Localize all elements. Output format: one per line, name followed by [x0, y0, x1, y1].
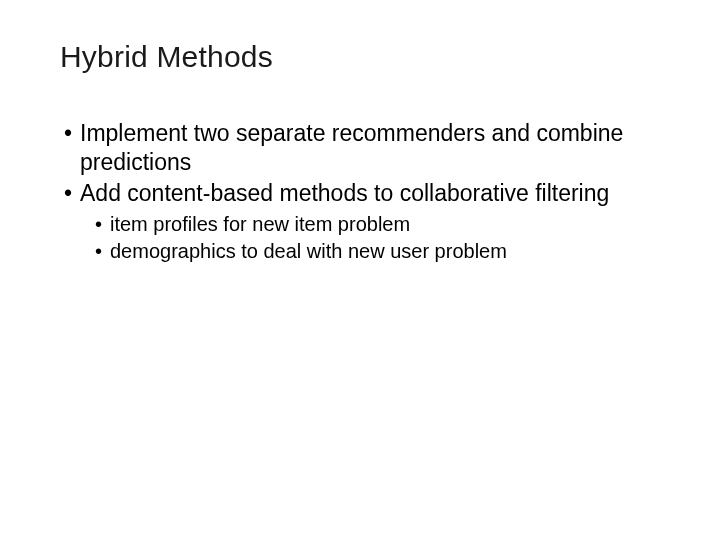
bullet-list: Implement two separate recommenders and …	[60, 119, 660, 264]
list-item: demographics to deal with new user probl…	[60, 239, 660, 264]
list-item: item profiles for new item problem	[60, 212, 660, 237]
slide-title: Hybrid Methods	[60, 40, 660, 74]
list-item: Add content-based methods to collaborati…	[60, 179, 660, 208]
slide-container: Hybrid Methods Implement two separate re…	[0, 0, 720, 540]
list-item: Implement two separate recommenders and …	[60, 119, 660, 177]
